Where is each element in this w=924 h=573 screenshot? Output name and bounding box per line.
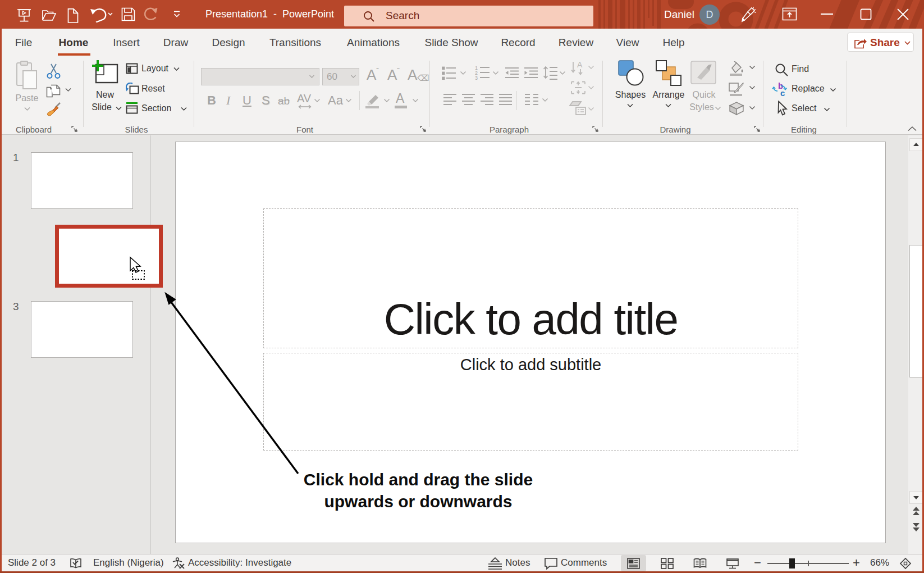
svg-text:3: 3 xyxy=(475,75,478,80)
svg-text:A: A xyxy=(577,61,583,69)
svg-text:c: c xyxy=(780,88,785,97)
